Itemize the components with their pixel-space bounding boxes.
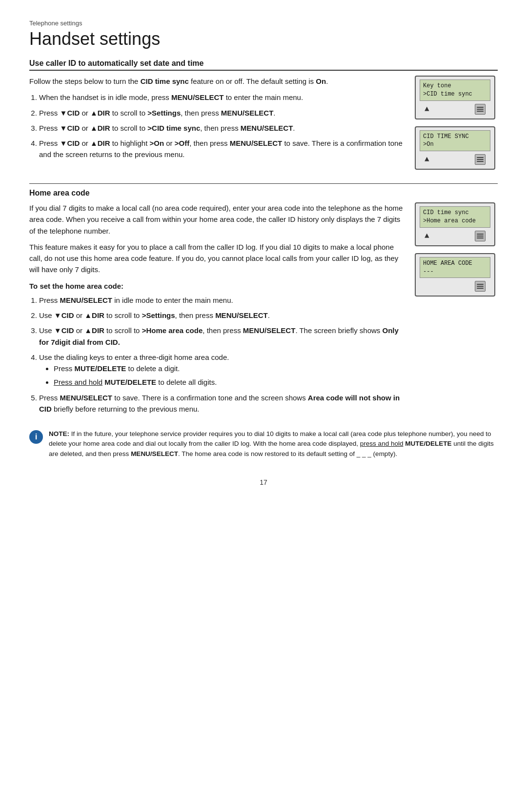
section2-step3: Use ▼CID or ▲DIR to scroll to >Home area… <box>39 325 405 348</box>
note-box: i NOTE: If in the future, your telephone… <box>29 429 498 459</box>
screen4-menu-icon <box>475 281 486 292</box>
section2-step5: Press MENU/SELECT to save. There is a co… <box>39 392 405 415</box>
screen2-text: CID TIME SYNC >On <box>420 130 490 152</box>
section1-header: Use caller ID to automatically set date … <box>29 59 498 71</box>
screen1-up-arrow: ▲ <box>425 105 429 114</box>
section2-step1: Press MENU/SELECT in idle mode to enter … <box>39 295 405 306</box>
section2-screens: CID time sync >Home area code ▲ HOME ARE… <box>415 202 498 297</box>
screen2-up-arrow: ▲ <box>425 155 429 164</box>
section2-bullet1: Press MUTE/DELETE to delete a digit. <box>54 363 405 374</box>
section1-screens: Key tone >CID time sync ▲ CID TIME SYNC … <box>415 76 498 170</box>
section2-divider <box>29 183 498 184</box>
screen4: HOME AREA CODE --- ▲ <box>415 253 495 297</box>
note-text: NOTE: If in the future, your telephone s… <box>49 429 498 459</box>
section1-step2: Press ▼CID or ▲DIR to scroll to >Setting… <box>39 107 405 119</box>
section2-subheader: To set the home area code: <box>29 280 405 292</box>
screen3-up-arrow: ▲ <box>425 232 429 240</box>
screen2-menu-icon <box>475 154 486 165</box>
section1-step4: Press ▼CID or ▲DIR to highlight >On or >… <box>39 138 405 160</box>
page-number: 17 <box>29 478 498 486</box>
section2-bullet2: Press and hold MUTE/DELETE to delete all… <box>54 376 405 388</box>
info-icon: i <box>29 430 43 444</box>
section2-para1: If you dial 7 digits to make a local cal… <box>29 202 405 237</box>
section2-step2: Use ▼CID or ▲DIR to scroll to >Settings,… <box>39 310 405 321</box>
section1-step3: Press ▼CID or ▲DIR to scroll to >CID tim… <box>39 122 405 134</box>
screen1-menu-icon <box>475 104 486 115</box>
screen2: CID TIME SYNC >On ▲ <box>415 126 495 170</box>
screen1: Key tone >CID time sync ▲ <box>415 76 495 119</box>
screen1-text: Key tone >CID time sync <box>420 79 490 101</box>
section2-header: Home area code <box>29 189 498 198</box>
section1-step1: When the handset is in idle mode, press … <box>39 92 405 103</box>
page-title: Handset settings <box>29 29 498 49</box>
breadcrumb: Telephone settings <box>29 20 498 27</box>
section1-intro: Follow the steps below to turn the CID t… <box>29 76 405 87</box>
screen3: CID time sync >Home area code ▲ <box>415 202 495 246</box>
screen3-text: CID time sync >Home area code <box>420 206 490 228</box>
screen3-menu-icon <box>475 231 486 241</box>
section2-para2: This feature makes it easy for you to pl… <box>29 241 405 276</box>
section2-step4: Use the dialing keys to enter a three-di… <box>39 352 405 388</box>
screen4-text: HOME AREA CODE --- <box>420 257 490 278</box>
